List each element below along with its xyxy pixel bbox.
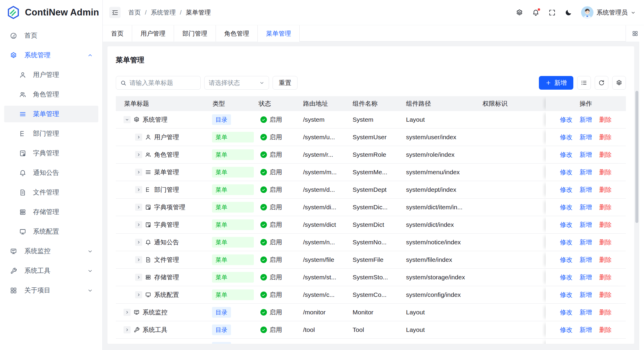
edit-link[interactable]: 修改 (560, 115, 572, 124)
sidebar-item-home[interactable]: 首页 (4, 27, 98, 44)
type-badge: 菜单 (212, 149, 254, 160)
add-link[interactable]: 新增 (580, 133, 592, 141)
chevron-right-icon (137, 153, 141, 157)
delete-link[interactable]: 删除 (599, 238, 612, 246)
tab-list-button[interactable] (626, 25, 644, 42)
list-view-button[interactable] (577, 76, 591, 90)
cell-status: 启用 (254, 216, 298, 233)
expand-row-button[interactable] (135, 274, 142, 281)
delete-link[interactable]: 删除 (599, 308, 612, 316)
edit-link[interactable]: 修改 (560, 203, 572, 211)
cell-actions: 修改新增删除 (546, 216, 626, 233)
status-select[interactable]: 请选择状态 (204, 76, 269, 90)
sidebar-item-menu[interactable]: 菜单管理 (4, 106, 98, 122)
expand-row-button[interactable] (124, 309, 131, 316)
fullscreen-icon[interactable] (548, 9, 556, 16)
expand-row-button[interactable] (135, 204, 142, 211)
vertical-scrollbar-thumb[interactable] (635, 91, 638, 223)
chevron-right-icon (137, 223, 141, 227)
delete-link[interactable]: 删除 (599, 186, 612, 194)
search-input[interactable] (129, 79, 196, 86)
edit-link[interactable]: 修改 (560, 273, 572, 281)
dict-icon (19, 150, 26, 157)
sidebar-item-user[interactable]: 用户管理 (4, 66, 98, 83)
expand-collapse-button[interactable] (124, 116, 131, 123)
tab-dept[interactable]: 部门管理 (174, 25, 216, 42)
edit-link[interactable]: 修改 (560, 133, 572, 141)
edit-link[interactable]: 修改 (560, 238, 572, 246)
logo[interactable]: ContiNew Admin (0, 0, 102, 25)
sidebar-item-role[interactable]: 角色管理 (4, 86, 98, 103)
edit-link[interactable]: 修改 (560, 291, 572, 299)
expand-row-button[interactable] (135, 256, 142, 263)
breadcrumb-item[interactable]: 系统管理 (151, 8, 176, 17)
edit-link[interactable]: 修改 (560, 326, 572, 334)
edit-link[interactable]: 修改 (560, 151, 572, 159)
edit-link[interactable]: 修改 (560, 186, 572, 194)
delete-link[interactable]: 删除 (599, 221, 612, 229)
expand-row-button[interactable] (135, 221, 142, 228)
column-header-type: 类型 (208, 96, 254, 111)
add-link[interactable]: 新增 (580, 291, 592, 299)
add-link[interactable]: 新增 (580, 221, 592, 229)
expand-row-button[interactable] (135, 151, 142, 158)
sidebar-item-notice[interactable]: 通知公告 (4, 164, 98, 181)
add-button[interactable]: 新增 (539, 76, 573, 90)
sidebar-item-monitor[interactable]: 系统监控 (4, 243, 98, 259)
delete-link[interactable]: 删除 (599, 115, 612, 124)
add-link[interactable]: 新增 (580, 186, 592, 194)
edit-link[interactable]: 修改 (560, 168, 572, 176)
add-link[interactable]: 新增 (580, 326, 592, 334)
edit-link[interactable]: 修改 (560, 256, 572, 264)
sidebar-item-dict[interactable]: 字典管理 (4, 145, 98, 161)
breadcrumb-item[interactable]: 菜单管理 (186, 8, 211, 17)
delete-link[interactable]: 删除 (599, 151, 612, 159)
reset-button[interactable]: 重置 (273, 76, 298, 90)
delete-link[interactable]: 删除 (599, 273, 612, 281)
add-link[interactable]: 新增 (580, 238, 592, 246)
expand-row-button[interactable] (135, 239, 142, 246)
add-link[interactable]: 新增 (580, 168, 592, 176)
expand-row-button[interactable] (135, 169, 142, 176)
breadcrumb-item[interactable]: 首页 (128, 8, 141, 17)
delete-link[interactable]: 删除 (599, 291, 612, 299)
tab-user[interactable]: 用户管理 (132, 25, 174, 42)
sidebar-item-storage[interactable]: 存储管理 (4, 204, 98, 220)
add-link[interactable]: 新增 (580, 151, 592, 159)
sidebar-item-label: 用户管理 (33, 70, 93, 79)
add-link[interactable]: 新增 (580, 203, 592, 211)
sidebar-item-tool[interactable]: 系统工具 (4, 262, 98, 279)
table-settings-button[interactable] (612, 76, 626, 90)
sidebar-item-config[interactable]: 系统配置 (4, 223, 98, 240)
expand-row-button[interactable] (135, 134, 142, 141)
expand-row-button[interactable] (135, 186, 142, 193)
add-link[interactable]: 新增 (580, 115, 592, 124)
tab-role[interactable]: 角色管理 (216, 25, 258, 42)
delete-link[interactable]: 删除 (599, 168, 612, 176)
add-link[interactable]: 新增 (580, 256, 592, 264)
collapse-sidebar-button[interactable] (109, 7, 121, 18)
refresh-button[interactable] (595, 76, 608, 90)
expand-row-button[interactable] (135, 291, 142, 298)
settings-icon[interactable] (516, 9, 523, 16)
tab-menu[interactable]: 菜单管理 (258, 25, 300, 42)
dark-mode-moon-icon[interactable] (565, 9, 572, 16)
notifications-bell-icon[interactable] (532, 9, 539, 16)
delete-link[interactable]: 删除 (599, 133, 612, 141)
add-link[interactable]: 新增 (580, 308, 592, 316)
sidebar-item-dept[interactable]: 部门管理 (4, 125, 98, 142)
edit-link[interactable]: 修改 (560, 221, 572, 229)
user-menu[interactable]: 系统管理员 (581, 6, 636, 19)
delete-link[interactable]: 删除 (599, 203, 612, 211)
sidebar-item-about[interactable]: 关于项目 (4, 282, 98, 299)
edit-link[interactable]: 修改 (560, 308, 572, 316)
expand-row-button[interactable] (124, 326, 131, 333)
tab-home[interactable]: 首页 (103, 25, 132, 42)
sidebar-item-system[interactable]: 系统管理 (4, 47, 98, 64)
delete-link[interactable]: 删除 (599, 256, 612, 264)
add-link[interactable]: 新增 (580, 273, 592, 281)
sidebar-item-file[interactable]: 文件管理 (4, 184, 98, 201)
status-enabled-icon (260, 134, 267, 140)
delete-link[interactable]: 删除 (599, 326, 612, 334)
type-badge: 菜单 (212, 132, 254, 142)
